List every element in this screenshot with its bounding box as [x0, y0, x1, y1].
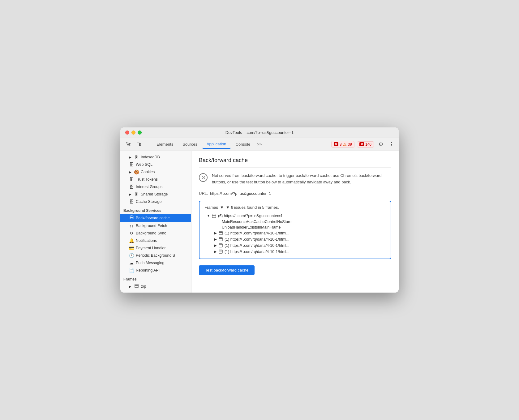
sidebar-item-label: Shared Storage [141, 192, 168, 196]
child-frame-icon [219, 250, 223, 254]
main-frame-icon [212, 214, 216, 218]
shared-storage-icon: 🗄 [134, 192, 139, 197]
child-frame-3[interactable]: ▶ (1) https:// .com/rq/darla/4-10-1/html… [204, 249, 386, 255]
sidebar-item-label: Trust Tokens [136, 177, 158, 182]
child-frame-label: (1) https:// .com/rq/darla/4-10-1/html..… [225, 250, 290, 254]
svg-rect-4 [135, 284, 138, 288]
svg-point-2 [130, 216, 133, 217]
child-frame-label: (1) https:// .com/rq/darla/4-10-1/html..… [225, 237, 290, 242]
child-frame-label: (1) https:// .com/rq/darla/4-10-1/html..… [225, 243, 290, 248]
tab-bar: Elements Sources Application Console >> [152, 140, 330, 149]
svg-rect-11 [219, 238, 222, 239]
bg-services-header: Background Services [120, 205, 191, 214]
top-expand-icon: ▶ [129, 285, 132, 288]
svg-rect-14 [219, 250, 222, 253]
child-frame-icon [219, 243, 223, 247]
tab-console[interactable]: Console [231, 140, 255, 148]
push-messaging-icon: ☁ [129, 260, 134, 265]
sidebar-item-label: Background Sync [136, 231, 166, 235]
sidebar-item-bg-sync[interactable]: ↻ Background Sync [120, 229, 191, 237]
frames-dropdown-icon[interactable]: ▼ [220, 205, 224, 210]
toolbar-icons [124, 140, 143, 149]
main-frame-row[interactable]: ▼ (6) https:// .com/?p=us&guccounter=1 [204, 213, 386, 219]
child-expand-icon: ▶ [214, 244, 217, 247]
sidebar-item-label: top [141, 284, 146, 289]
sidebar-item-label: IndexedDB [141, 155, 160, 159]
not-served-icon: ⊘ [199, 173, 208, 182]
frames-label: Frames [204, 205, 218, 210]
sidebar-item-notifications[interactable]: 🔔 Notifications [120, 237, 191, 244]
cache-storage-icon: 🗄 [129, 199, 134, 204]
url-value: https:// .com/?p=us&guccounter=1 [210, 191, 271, 196]
sidebar-item-trust-tokens[interactable]: 🗄 Trust Tokens [120, 176, 191, 183]
warning-icon: ⚠ [343, 142, 347, 147]
sidebar-item-periodic-bg[interactable]: 🕐 Periodic Background S [120, 252, 191, 259]
error-badge2[interactable]: ✕ 140 [357, 141, 374, 148]
window-title: DevTools - .com/?p=us&guccounter=1 [225, 130, 294, 135]
frames-box: Frames ▼ ▼ 6 issues found in 5 frames. ▼… [199, 201, 391, 259]
minimize-button[interactable] [131, 131, 135, 135]
bg-sync-icon: ↻ [129, 231, 134, 236]
more-options-icon[interactable]: ⋮ [388, 140, 395, 149]
close-button[interactable] [125, 131, 129, 135]
sidebar-item-bg-fetch[interactable]: ↑↓ Background Fetch [120, 222, 191, 229]
main-frame-expand: ▼ [207, 214, 210, 217]
sidebar-item-top[interactable]: ▶ top [120, 283, 191, 290]
child-frame-icon [219, 237, 223, 241]
interest-groups-icon: 🗄 [129, 184, 134, 189]
sidebar-item-label: Cookies [141, 170, 155, 174]
svg-rect-13 [219, 245, 222, 245]
device-icon[interactable] [135, 140, 143, 149]
sidebar-item-label: Back/forward cache [136, 216, 170, 220]
tab-application[interactable]: Application [202, 140, 231, 149]
panel-title: Back/forward cache [199, 157, 391, 168]
sidebar-item-websql[interactable]: 🗄 Web SQL [120, 161, 191, 168]
notifications-icon: 🔔 [129, 238, 134, 243]
bg-fetch-icon: ↑↓ [129, 223, 134, 228]
svg-rect-12 [219, 244, 222, 247]
svg-rect-6 [212, 214, 216, 218]
main-content: ▶ 🗄 IndexedDB 🗄 Web SQL ▶ 🍪 Cookies 🗄 Tr… [120, 151, 399, 293]
sidebar-item-interest-groups[interactable]: 🗄 Interest Groups [120, 183, 191, 191]
info-text: Not served from back/forward cache: to t… [212, 173, 391, 186]
frame-icon [134, 284, 139, 289]
child-frame-icon [219, 231, 223, 235]
error-badge[interactable]: ✕ 8 ⚠ 39 [331, 141, 354, 148]
inspect-icon[interactable] [124, 140, 133, 149]
sidebar-item-label: Cache Storage [136, 199, 161, 204]
sidebar-item-label: Reporting API [136, 268, 160, 272]
sidebar-item-label: Interest Groups [136, 185, 162, 189]
toolbar-right: ✕ 8 ⚠ 39 ✕ 140 ⚙ ⋮ [331, 140, 395, 149]
indexeddb-icon: 🗄 [134, 155, 139, 160]
sidebar-item-push-messaging[interactable]: ☁ Push Messaging [120, 259, 191, 267]
info-box: ⊘ Not served from back/forward cache: to… [199, 173, 391, 186]
sidebar-item-cookies[interactable]: ▶ 🍪 Cookies [120, 168, 191, 176]
toolbar-divider [149, 141, 149, 148]
sidebar-item-cache-storage[interactable]: 🗄 Cache Storage [120, 198, 191, 205]
sidebar-item-shared-storage[interactable]: ▶ 🗄 Shared Storage [120, 191, 191, 198]
sidebar-item-reporting-api[interactable]: 📄 Reporting API [120, 267, 191, 274]
child-frame-0[interactable]: ▶ (1) https:// .com/rq/darla/4-10-1/html… [204, 230, 386, 236]
payment-handler-icon: 💳 [129, 246, 134, 251]
issue-2: UnloadHandlerExistsInMainFrame [204, 225, 386, 230]
sidebar-item-payment-handler[interactable]: 💳 Payment Handler [120, 244, 191, 252]
reporting-api-icon: 📄 [129, 268, 134, 273]
frames-tree: ▼ (6) https:// .com/?p=us&guccounter=1 M… [204, 213, 386, 255]
sidebar-item-bfcache[interactable]: Back/forward cache [120, 214, 191, 222]
maximize-button[interactable] [138, 131, 142, 135]
expand-arrow-icon: ▶ [129, 156, 132, 159]
issue-1: MainResourceHasCacheControlNoStore [204, 219, 386, 225]
settings-icon[interactable]: ⚙ [376, 140, 385, 149]
sidebar-item-indexeddb[interactable]: ▶ 🗄 IndexedDB [120, 153, 191, 161]
child-frame-2[interactable]: ▶ (1) https:// .com/rq/darla/4-10-1/html… [204, 242, 386, 249]
tab-sources[interactable]: Sources [178, 140, 202, 148]
url-label: URL: [199, 191, 208, 196]
test-bfcache-button[interactable]: Test back/forward cache [199, 265, 255, 275]
tab-more[interactable]: >> [255, 141, 264, 148]
child-frame-1[interactable]: ▶ (1) https:// .com/rq/darla/4-10-1/html… [204, 236, 386, 242]
sidebar-item-label: Web SQL [136, 162, 152, 167]
sidebar-item-label: Push Messaging [136, 261, 164, 265]
url-row: URL: https:// .com/?p=us&guccounter=1 [199, 191, 391, 196]
svg-rect-10 [219, 238, 222, 241]
tab-elements[interactable]: Elements [152, 140, 178, 148]
